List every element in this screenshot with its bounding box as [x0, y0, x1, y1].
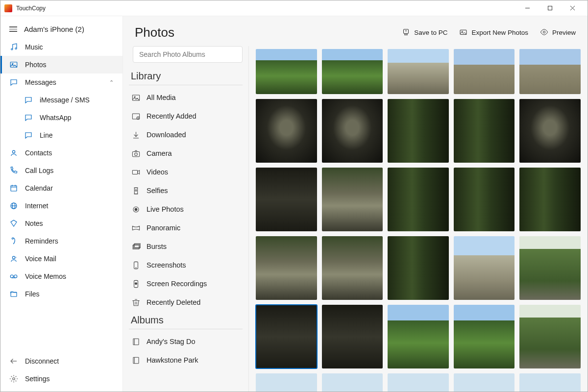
sidebar-item-label: Line: [40, 131, 52, 139]
sidebar-item-calendar[interactable]: Calendar: [0, 179, 122, 197]
save-to-pc-button[interactable]: Save to PC: [402, 28, 447, 38]
photo-thumb[interactable]: [322, 236, 383, 300]
library-item-all-media[interactable]: All Media: [129, 88, 246, 107]
library-item-bursts[interactable]: Bursts: [129, 237, 246, 256]
album-item-hawkstone-park[interactable]: Hawkstone Park: [129, 351, 246, 369]
trash-icon: [131, 297, 141, 307]
photo-thumb[interactable]: [322, 168, 383, 231]
photo-thumb[interactable]: [256, 373, 317, 392]
photo-thumb[interactable]: [322, 305, 383, 368]
svg-point-18: [10, 275, 13, 278]
album-item-label: Andy's Stag Do: [147, 338, 196, 345]
content-header: Photos Save to PC Export New Photos Prev…: [123, 16, 588, 46]
album-item-andy-s-stag-do[interactable]: Andy's Stag Do: [129, 332, 246, 351]
svg-point-17: [12, 256, 15, 259]
sidebar-item-reminders[interactable]: Reminders: [0, 232, 122, 250]
photo-thumb[interactable]: [519, 236, 581, 300]
album-icon: [131, 355, 141, 365]
photo-thumb[interactable]: [388, 168, 449, 231]
sidebar-item-settings[interactable]: Settings: [0, 370, 122, 388]
sidebar-item-files[interactable]: Files: [0, 285, 122, 303]
album-list: Andy's Stag DoHawkstone Park: [129, 332, 246, 369]
photo-thumb[interactable]: [388, 373, 449, 392]
photo-thumb[interactable]: [388, 236, 449, 300]
minimize-button[interactable]: [516, 0, 539, 16]
photo-thumb[interactable]: [454, 168, 515, 231]
photo-thumb[interactable]: [388, 99, 449, 163]
photo-thumb[interactable]: [322, 373, 383, 392]
sidebar-item-label: Contacts: [25, 149, 52, 157]
photo-thumb[interactable]: [388, 49, 449, 94]
photo-thumb[interactable]: [322, 49, 383, 94]
photo-thumb[interactable]: [454, 236, 515, 300]
photo-thumb[interactable]: [322, 99, 383, 163]
photo-thumb[interactable]: [388, 305, 449, 368]
library-item-downloaded[interactable]: Downloaded: [129, 125, 246, 144]
svg-point-43: [135, 208, 137, 211]
svg-point-23: [13, 378, 15, 380]
search-input[interactable]: [133, 46, 243, 63]
photo-thumb[interactable]: [519, 373, 581, 392]
sidebar-item-disconnect[interactable]: Disconnect: [0, 352, 122, 370]
photo-thumb[interactable]: [256, 99, 317, 163]
photo-grid-wrap[interactable]: [249, 46, 588, 392]
photo-thumb[interactable]: [256, 168, 317, 231]
sidebar-item-label: Voice Mail: [25, 255, 56, 263]
window-controls: [516, 0, 584, 16]
message-icon: [24, 96, 33, 104]
photo-thumb[interactable]: [256, 49, 317, 94]
library-item-selfies[interactable]: Selfies: [129, 181, 246, 200]
header-btn-label: Preview: [552, 29, 576, 36]
message-icon: [9, 78, 18, 87]
photo-thumb[interactable]: [454, 49, 515, 94]
sidebar-item-call-logs[interactable]: Call Logs: [0, 162, 122, 179]
sidebar-item-voicemail[interactable]: Voice Mail: [0, 250, 122, 268]
library-item-screen-recordings[interactable]: Screen Recordings: [129, 274, 246, 293]
photo-thumb[interactable]: [256, 305, 317, 368]
export-new-photos-button[interactable]: Export New Photos: [459, 28, 528, 38]
maximize-button[interactable]: [539, 0, 561, 16]
sidebar-item-label: Music: [25, 43, 43, 51]
photo-thumb[interactable]: [519, 305, 581, 368]
sidebar-item-internet[interactable]: Internet: [0, 197, 122, 215]
message-icon: [24, 131, 33, 140]
photo-thumb[interactable]: [454, 373, 515, 392]
sidebar-item-voicememos[interactable]: Voice Memos: [0, 268, 122, 285]
photo-thumb[interactable]: [519, 168, 581, 231]
sidebar-item-messages[interactable]: Messages ⌃: [0, 74, 122, 91]
sidebar-item-label: Messages: [25, 78, 56, 86]
sidebar-item-notes[interactable]: Notes: [0, 215, 122, 232]
photo-thumb[interactable]: [519, 99, 581, 163]
library-item-screenshots[interactable]: Screenshots: [129, 256, 246, 274]
close-button[interactable]: [561, 0, 584, 16]
library-item-camera[interactable]: Camera: [129, 144, 246, 163]
sidebar-item-imessage[interactable]: iMessage / SMS: [0, 91, 122, 109]
photo-icon: [9, 60, 18, 69]
globe-icon: [9, 201, 18, 210]
photo-thumb[interactable]: [454, 305, 515, 368]
sidebar-item-contacts[interactable]: Contacts: [0, 144, 122, 162]
library-item-live-photos[interactable]: Live Photos: [129, 200, 246, 219]
sidebar-item-photos[interactable]: Photos: [0, 56, 122, 74]
photo-thumb[interactable]: [454, 99, 515, 163]
library-item-label: Screen Recordings: [147, 280, 207, 288]
photo-thumb[interactable]: [519, 49, 581, 94]
save-icon: [402, 28, 410, 38]
photo-thumb[interactable]: [256, 236, 317, 300]
svg-rect-41: [134, 188, 137, 194]
library-item-videos[interactable]: Videos: [129, 163, 246, 181]
sidebar-item-music[interactable]: Music: [0, 38, 122, 56]
hamburger-icon[interactable]: [9, 26, 17, 32]
header-btn-label: Export New Photos: [471, 29, 528, 36]
calendar-icon: [9, 184, 18, 193]
device-row: Adam's iPhone (2): [0, 20, 122, 38]
library-item-panoramic[interactable]: Panoramic: [129, 219, 246, 237]
sidebar-item-line[interactable]: Line: [0, 126, 122, 144]
library-item-recently-deleted[interactable]: Recently Deleted: [129, 293, 246, 312]
sidebar-item-whatsapp[interactable]: WhatsApp: [0, 109, 122, 126]
device-name: Adam's iPhone (2): [24, 25, 84, 33]
voicememo-icon: [9, 272, 18, 281]
content-area: Photos Save to PC Export New Photos Prev…: [123, 16, 588, 392]
library-item-recently-added[interactable]: Recently Added: [129, 107, 246, 125]
preview-button[interactable]: Preview: [540, 28, 576, 38]
